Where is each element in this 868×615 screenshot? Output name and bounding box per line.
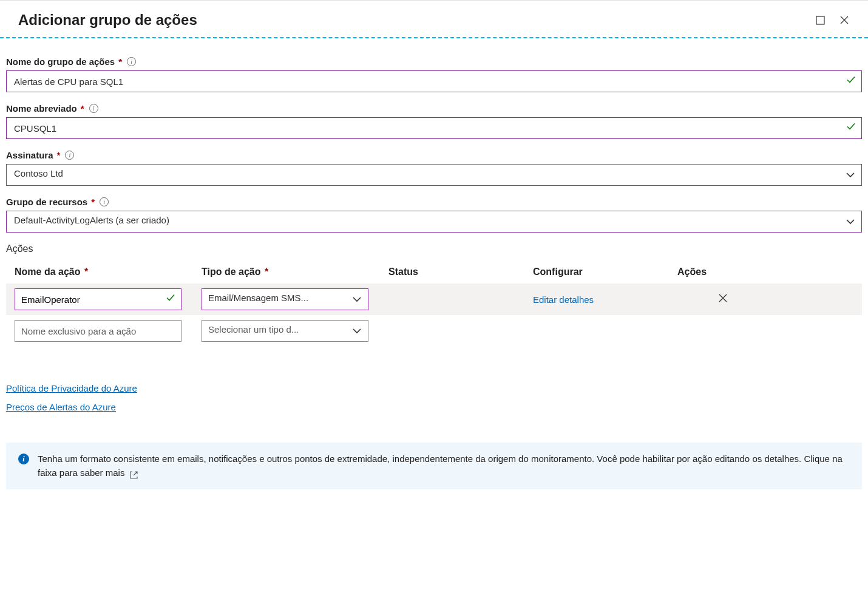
select-wrapper: Contoso Ltd [6,164,862,186]
field-short-name: Nome abreviado * i [6,103,862,139]
field-group-name: Nome do grupo de ações * i [6,56,862,92]
short-name-input[interactable] [6,117,862,139]
cell-name [15,288,181,310]
col-name: Nome da ação * [15,267,197,277]
table-row: Selecionar um tipo d... [6,315,862,347]
panel-content: Nome do grupo de ações * i Nome abreviad… [0,38,868,501]
actions-table: Nome da ação * Tipo de ação * Status Con… [6,260,862,347]
header-controls [815,15,850,25]
edit-details-link[interactable]: Editar detalhes [533,294,594,305]
required-indicator: * [57,150,61,160]
label-text: Nome abreviado [6,103,77,114]
subscription-select[interactable]: Contoso Ltd [6,164,862,186]
field-subscription: Assinatura * i Contoso Ltd [6,150,862,186]
action-type-select[interactable]: Selecionar um tipo d... [202,320,368,342]
required-indicator: * [118,56,122,67]
col-actions: Ações [677,267,768,277]
info-icon[interactable]: i [89,104,98,113]
cell-name [15,320,181,342]
field-label: Grupo de recursos * i [6,197,862,207]
field-label: Assinatura * i [6,150,862,160]
action-name-input[interactable] [15,320,181,342]
col-type-text: Tipo de ação [202,267,261,277]
label-text: Assinatura [6,150,53,160]
info-icon: i [18,454,29,464]
label-text: Grupo de recursos [6,197,87,207]
action-name-input[interactable] [15,288,181,310]
required-indicator: * [84,267,88,277]
input-wrapper [6,117,862,139]
cell-type: Email/Mensagem SMS... [202,288,368,310]
delete-row-button[interactable] [677,293,768,306]
table-row: Email/Mensagem SMS... Editar detalhes [6,284,862,315]
required-indicator: * [91,197,95,207]
col-type: Tipo de ação * [202,267,384,277]
field-label: Nome do grupo de ações * i [6,56,862,67]
external-link-icon [130,469,138,477]
info-icon[interactable]: i [65,151,74,160]
maximize-icon[interactable] [815,15,826,25]
pricing-link[interactable]: Preços de Alertas do Azure [6,402,862,412]
close-icon[interactable] [839,15,850,25]
select-wrapper: Default-ActivityLogAlerts (a ser criado) [6,211,862,233]
col-status: Status [388,267,528,277]
panel-header: Adicionar grupo de ações [0,0,868,37]
validation-check-icon [846,75,856,88]
cell-configure: Editar detalhes [533,294,673,305]
cell-type: Selecionar um tipo d... [202,320,368,342]
input-wrapper [6,70,862,92]
field-resource-group: Grupo de recursos * i Default-ActivityLo… [6,197,862,233]
required-indicator: * [81,103,84,114]
validation-check-icon [166,293,175,306]
privacy-policy-link[interactable]: Política de Privacidade do Azure [6,383,862,393]
action-type-select[interactable]: Email/Mensagem SMS... [202,288,368,310]
svg-rect-0 [816,16,824,24]
actions-section-label: Ações [6,243,862,254]
info-icon[interactable]: i [100,197,109,206]
panel-title: Adicionar grupo de ações [18,12,197,29]
col-name-text: Nome da ação [15,267,80,277]
info-icon[interactable]: i [127,57,136,66]
footer-links: Política de Privacidade do Azure Preços … [6,383,862,412]
field-label: Nome abreviado * i [6,103,862,114]
group-name-input[interactable] [6,70,862,92]
col-configure: Configurar [533,267,673,277]
label-text: Nome do grupo de ações [6,56,115,67]
add-action-group-panel: Adicionar grupo de ações Nome do grupo d… [0,0,868,501]
info-banner[interactable]: i Tenha um formato consistente em emails… [6,443,862,489]
table-header: Nome da ação * Tipo de ação * Status Con… [6,260,862,284]
required-indicator: * [265,267,268,277]
validation-check-icon [846,122,856,135]
banner-text-content: Tenha um formato consistente em emails, … [38,454,843,478]
banner-text: Tenha um formato consistente em emails, … [38,452,850,480]
resource-group-select[interactable]: Default-ActivityLogAlerts (a ser criado) [6,211,862,233]
